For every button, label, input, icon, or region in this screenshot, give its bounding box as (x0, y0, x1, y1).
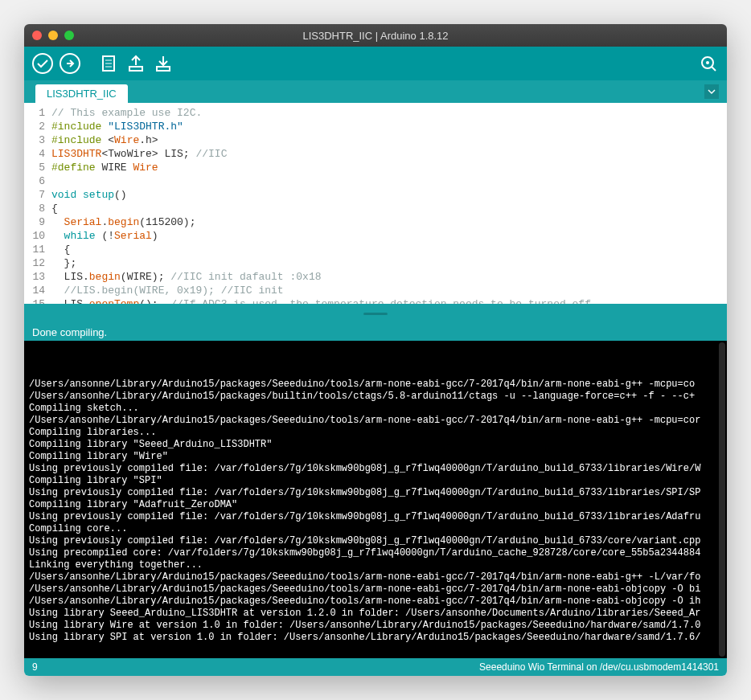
console-line: Using previously compiled file: /var/fol… (29, 463, 722, 475)
tab-menu-button[interactable] (704, 84, 719, 99)
line-number: 14 (24, 284, 51, 297)
code-line[interactable]: 13 LIS.begin(WIRE); //IIC init dafault :… (24, 270, 727, 284)
svg-rect-7 (157, 67, 170, 71)
titlebar: LIS3DHTR_IIC | Arduino 1.8.12 (24, 24, 727, 47)
code-content[interactable]: void setup() (51, 188, 727, 202)
console-line: /Users/ansonhe/Library/Arduino15/package… (29, 596, 722, 608)
close-window-button[interactable] (32, 31, 42, 40)
minimize-window-button[interactable] (48, 31, 58, 40)
code-line[interactable]: 4LIS3DHTR<TwoWire> LIS; //IIC (24, 147, 727, 161)
board-port-info: Seeeduino Wio Terminal on /dev/cu.usbmod… (479, 661, 719, 673)
code-content[interactable]: // This example use I2C. (51, 106, 727, 120)
save-sketch-button[interactable] (151, 51, 175, 76)
line-number: 5 (24, 161, 51, 174)
code-line[interactable]: 3#include <Wire.h> (24, 133, 727, 147)
console-line: Using previously compiled file: /var/fol… (29, 487, 722, 499)
code-line[interactable]: 9 Serial.begin(115200); (24, 215, 727, 229)
code-content[interactable]: }; (51, 256, 727, 270)
console-line: Compiling libraries... (29, 427, 722, 439)
code-content[interactable]: #include <Wire.h> (51, 133, 727, 147)
line-number: 1 (24, 106, 51, 120)
chevron-down-icon (708, 88, 716, 96)
code-line[interactable]: 1// This example use I2C. (24, 106, 727, 120)
app-window: LIS3DHTR_IIC | Arduino 1.8.12 LIS3DHTR_I… (24, 24, 727, 676)
code-editor[interactable]: 1// This example use I2C.2#include "LIS3… (24, 103, 727, 304)
code-line[interactable]: 6 (24, 174, 727, 188)
tab-bar: LIS3DHTR_IIC (24, 80, 727, 103)
new-sketch-button[interactable] (96, 51, 121, 76)
console-line: Using precompiled core: /var/folders/7g/… (29, 547, 722, 559)
line-number: 3 (24, 133, 51, 147)
console-line: Compiling core... (29, 523, 722, 535)
code-line[interactable]: 11 { (24, 243, 727, 256)
console-line: /Users/ansonne/Library/Arduino15/package… (29, 379, 722, 391)
code-content[interactable]: LIS.begin(WIRE); //IIC init dafault :0x1… (51, 270, 727, 284)
console-line: /Users/ansonhe/Library/Arduino15/package… (29, 391, 722, 403)
code-line[interactable]: 10 while (!Serial) (24, 229, 727, 243)
status-bar: Done compiling. (24, 323, 727, 341)
code-content[interactable]: while (!Serial) (51, 229, 727, 243)
console-line: Compiling library "Adafruit_ZeroDMA" (29, 499, 722, 511)
arrow-down-icon (152, 52, 174, 75)
console-line: Compiling library "Seeed_Arduino_LIS3DHT… (29, 439, 722, 451)
console-line: Compiling library "Wire" (29, 451, 722, 463)
code-content[interactable]: LIS3DHTR<TwoWire> LIS; //IIC (51, 147, 727, 161)
console-output[interactable]: /Users/ansonne/Library/Arduino15/package… (24, 341, 727, 658)
code-content[interactable]: { (51, 202, 727, 215)
console-line: Using previously compiled file: /var/fol… (29, 511, 722, 523)
line-number: 11 (24, 243, 51, 256)
zoom-window-button[interactable] (64, 31, 74, 40)
code-content[interactable]: #define WIRE Wire (51, 161, 727, 174)
code-line[interactable]: 2#include "LIS3DHTR.h" (24, 120, 727, 133)
line-number: 15 (24, 297, 51, 304)
line-number: 4 (24, 147, 51, 161)
console-line: /Users/ansonhe/Library/Arduino15/package… (29, 583, 722, 596)
console-line: Using previously compiled file: /var/fol… (29, 535, 722, 547)
code-content[interactable]: //LIS.begin(WIRE, 0x19); //IIC init (51, 284, 727, 297)
code-content[interactable]: #include "LIS3DHTR.h" (51, 120, 727, 133)
line-number: 10 (24, 229, 51, 243)
code-content[interactable]: { (51, 243, 727, 256)
serial-monitor-button[interactable] (696, 51, 720, 76)
code-content[interactable] (51, 174, 727, 188)
code-content[interactable]: Serial.begin(115200); (51, 215, 727, 229)
svg-point-10 (706, 61, 709, 64)
code-line[interactable]: 7void setup() (24, 188, 727, 202)
console-line: Compiling library "SPI" (29, 475, 722, 487)
check-circle-icon (31, 52, 54, 75)
svg-line-9 (712, 67, 716, 71)
code-line[interactable]: 15 LIS.openTemp(); //If ADC3 is used, th… (24, 297, 727, 304)
status-message: Done compiling. (32, 326, 107, 338)
code-line[interactable]: 12 }; (24, 256, 727, 270)
code-line[interactable]: 14 //LIS.begin(WIRE, 0x19); //IIC init (24, 284, 727, 297)
cursor-position: 9 (32, 661, 38, 673)
line-number: 13 (24, 270, 51, 284)
code-line[interactable]: 8{ (24, 202, 727, 215)
console-line: /Users/ansonhe/Library/Arduino15/package… (29, 415, 722, 427)
arrow-right-circle-icon (59, 52, 81, 75)
line-number: 12 (24, 256, 51, 270)
upload-button[interactable] (58, 51, 82, 76)
console-line: /Users/ansonhe/Library/Arduino15/package… (29, 571, 722, 583)
line-number: 7 (24, 188, 51, 202)
line-number: 8 (24, 202, 51, 215)
code-line[interactable]: 5#define WIRE Wire (24, 161, 727, 174)
window-title: LIS3DHTR_IIC | Arduino 1.8.12 (302, 30, 448, 42)
svg-rect-6 (129, 67, 142, 71)
code-content[interactable]: LIS.openTemp(); //If ADC3 is used, the t… (51, 297, 727, 304)
line-number: 2 (24, 120, 51, 133)
console-line: Using library Seeed_Arduino_LIS3DHTR at … (29, 608, 722, 620)
svg-point-0 (33, 54, 52, 73)
arrow-up-icon (125, 52, 147, 75)
console-line: Using library SPI at version 1.0 in fold… (29, 632, 722, 644)
console-line: Using library Wire at version 1.0 in fol… (29, 620, 722, 632)
verify-button[interactable] (31, 51, 55, 76)
console-scrollbar[interactable] (719, 342, 725, 657)
toolbar (24, 47, 727, 80)
sketch-tab[interactable]: LIS3DHTR_IIC (35, 84, 128, 103)
file-icon (97, 52, 120, 75)
line-number: 6 (24, 174, 51, 188)
window-controls (32, 31, 74, 40)
open-sketch-button[interactable] (124, 51, 148, 76)
pane-divider[interactable] (24, 304, 727, 323)
